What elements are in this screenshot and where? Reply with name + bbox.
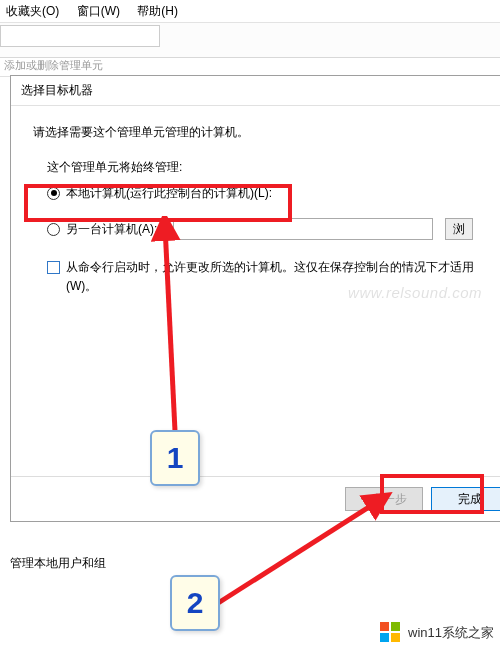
radio-remote-label: 另一台计算机(A):: [66, 221, 157, 238]
watermark-url: www.relsound.com: [348, 284, 482, 301]
toolbar-field: [0, 25, 160, 47]
browse-button[interactable]: 浏: [445, 218, 473, 240]
remote-computer-input[interactable]: [173, 218, 433, 240]
menubar: 收藏夹(O) 窗口(W) 帮助(H): [0, 0, 500, 22]
computer-radio-group: 本地计算机(运行此控制台的计算机)(L): 另一台计算机(A): 浏: [33, 178, 500, 244]
snapins-header: 添加或删除管理单元: [0, 58, 500, 76]
toolbar: [0, 22, 500, 58]
annotation-step-2: 2: [170, 575, 220, 631]
dialog-footer: < 上一步 完成: [11, 476, 500, 521]
dialog-prompt: 请选择需要这个管理单元管理的计算机。: [33, 124, 500, 141]
windows-logo-icon: [380, 622, 402, 644]
menu-help[interactable]: 帮助(H): [137, 4, 178, 18]
allow-change-checkbox[interactable]: [47, 261, 60, 274]
watermark-brand-text: win11系统之家: [408, 624, 494, 642]
back-button[interactable]: < 上一步: [345, 487, 423, 511]
radio-remote-computer[interactable]: [47, 223, 60, 236]
radio-local-label: 本地计算机(运行此控制台的计算机)(L):: [66, 185, 272, 202]
dialog-sub-label: 这个管理单元将始终管理:: [33, 159, 500, 176]
watermark-brand: win11系统之家: [380, 622, 494, 644]
menu-window[interactable]: 窗口(W): [77, 4, 120, 18]
dialog-title: 选择目标机器: [11, 76, 500, 105]
finish-button[interactable]: 完成: [431, 487, 500, 511]
radio-local-computer[interactable]: [47, 187, 60, 200]
menu-favorites[interactable]: 收藏夹(O): [6, 4, 59, 18]
section-local-users-groups: 管理本地用户和组: [10, 555, 106, 572]
